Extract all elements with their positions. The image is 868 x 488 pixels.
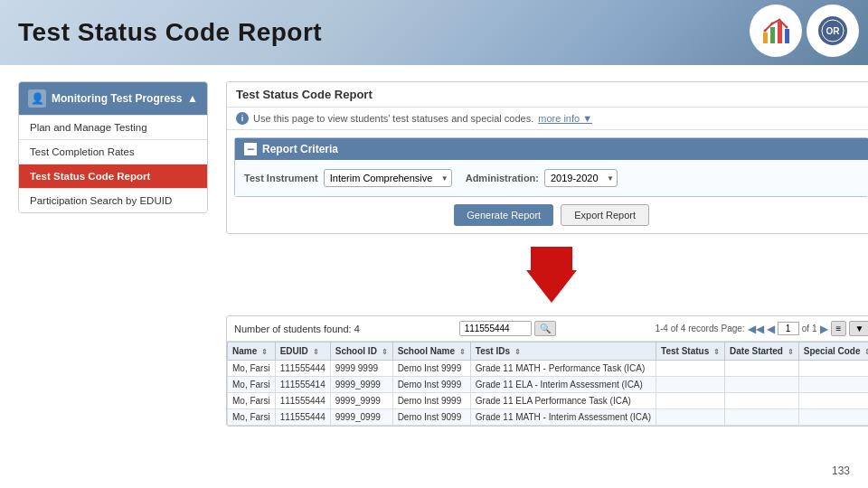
criteria-body: Test Instrument Interim Comprehensive Ad…	[235, 160, 868, 196]
cell-school_id: 9999_0999	[330, 409, 392, 426]
monitoring-icon: 👤	[28, 89, 46, 108]
sidebar: 👤 Monitoring Test Progress ▲ Plan and Ma…	[18, 81, 208, 213]
administration-label: Administration:	[466, 173, 539, 183]
search-button[interactable]: 🔍	[534, 321, 556, 336]
col-date-started[interactable]: Date Started ⇕	[725, 343, 799, 361]
chart-icon	[760, 14, 792, 47]
report-panel-title: Test Status Code Report	[227, 82, 868, 108]
logo-right: OR	[807, 5, 859, 57]
table-row: Mo, Farsi1115554449999_0999Demo Inst 909…	[228, 409, 869, 426]
col-school-name[interactable]: School Name ⇕	[392, 343, 470, 361]
criteria-row: Test Instrument Interim Comprehensive Ad…	[244, 169, 859, 187]
cell-test_status	[656, 393, 725, 409]
criteria-label: Report Criteria	[262, 143, 338, 155]
action-buttons: Generate Report Export Report	[234, 204, 868, 226]
col-test-status[interactable]: Test Status ⇕	[656, 343, 725, 361]
arrow-rect	[531, 247, 572, 270]
arrow-shape-container	[526, 247, 577, 303]
table-row: Mo, Farsi1115554449999_9999Demo Inst 999…	[228, 393, 869, 409]
cell-name: Mo, Farsi	[228, 361, 276, 377]
col-name[interactable]: Name ⇕	[228, 343, 276, 361]
arrow-triangle	[526, 270, 577, 303]
cell-school_id: 9999_9999	[330, 393, 392, 409]
svg-point-5	[771, 23, 774, 25]
cell-school_id: 9999 9999	[330, 361, 392, 377]
sidebar-item-participation-eduid[interactable]: Participation Search by EDUID	[19, 188, 207, 212]
sidebar-item-status-code[interactable]: Test Status Code Report	[19, 164, 207, 188]
cell-eduid: 111555444	[275, 409, 330, 426]
view-options: ≡ ▼	[831, 321, 868, 336]
col-school-id[interactable]: School ID ⇕	[330, 343, 392, 361]
more-info-link[interactable]: more info ▼	[538, 113, 592, 124]
view-down-btn[interactable]: ▼	[849, 321, 868, 336]
svg-rect-2	[778, 22, 782, 43]
administration-select[interactable]: 2019-2020	[544, 169, 618, 187]
test-instrument-field: Test Instrument Interim Comprehensive	[244, 169, 452, 187]
seal-icon: OR	[816, 14, 849, 47]
svg-rect-0	[763, 33, 768, 43]
logo-left	[750, 5, 802, 57]
table-header-row: Name ⇕ EDUID ⇕ School ID ⇕ School Name ⇕…	[228, 343, 869, 361]
cell-school_name: Demo Inst 9999	[392, 393, 470, 409]
sidebar-item-completion-rates[interactable]: Test Completion Rates	[19, 139, 207, 164]
view-options-btn[interactable]: ≡	[831, 321, 847, 336]
records-info: 1-4 of 4 records	[655, 324, 718, 333]
report-criteria-section: − Report Criteria Test Instrument Interi…	[234, 137, 868, 197]
cell-eduid: 111555414	[275, 377, 330, 393]
sidebar-item-plan-manage[interactable]: Plan and Manage Testing	[19, 115, 207, 139]
cell-school_name: Demo Inst 9999	[392, 377, 470, 393]
cell-date_started	[725, 409, 799, 426]
cell-special_code	[798, 361, 868, 377]
svg-rect-3	[785, 29, 789, 43]
administration-field: Administration: 2019-2020	[466, 169, 618, 187]
page-number-input[interactable]	[778, 322, 799, 335]
results-count: Number of students found: 4	[234, 324, 360, 334]
svg-text:OR: OR	[826, 26, 841, 36]
cell-date_started	[725, 393, 799, 409]
cell-eduid: 111555444	[275, 361, 330, 377]
criteria-header: − Report Criteria	[235, 138, 868, 160]
results-table: Name ⇕ EDUID ⇕ School ID ⇕ School Name ⇕…	[227, 342, 868, 426]
page-title: Test Status Code Report	[18, 18, 322, 47]
criteria-collapse-btn[interactable]: −	[244, 143, 257, 155]
cell-test_status	[656, 377, 725, 393]
cell-test_status	[656, 361, 725, 377]
administration-wrapper: 2019-2020	[544, 169, 618, 187]
search-input[interactable]	[459, 321, 532, 336]
svg-point-6	[778, 19, 781, 22]
col-eduid[interactable]: EDUID ⇕	[275, 343, 330, 361]
cell-school_name: Demo Inst 9999	[392, 361, 470, 377]
table-row: Mo, Farsi1115554449999 9999Demo Inst 999…	[228, 361, 869, 377]
report-info-bar: i Use this page to view students' test s…	[227, 108, 868, 130]
svg-point-7	[786, 26, 788, 29]
export-report-button[interactable]: Export Report	[561, 204, 649, 226]
sidebar-header-label: Monitoring Test Progress	[52, 92, 182, 105]
cell-test_ids: Grade 11 ELA Performance Task (ICA)	[470, 393, 656, 409]
first-page-btn[interactable]: ◀◀	[748, 323, 764, 335]
cell-test_ids: Grade 11 ELA - Interim Assessment (ICA)	[470, 377, 656, 393]
cell-eduid: 111555444	[275, 393, 330, 409]
results-tbody: Mo, Farsi1115554449999 9999Demo Inst 999…	[228, 361, 869, 426]
table-row: Mo, Farsi1115554149999_9999Demo Inst 999…	[228, 377, 869, 393]
generate-report-button[interactable]: Generate Report	[454, 204, 553, 226]
svg-point-4	[764, 30, 767, 33]
next-page-btn[interactable]: ▶	[820, 323, 828, 335]
cell-school_id: 9999_9999	[330, 377, 392, 393]
cell-school_name: Demo Inst 9099	[392, 409, 470, 426]
total-pages: 1	[812, 324, 817, 333]
chevron-up-icon: ▲	[187, 92, 198, 105]
page-label: Page:	[721, 324, 744, 333]
header-logos: OR	[750, 5, 859, 57]
results-header: Number of students found: 4 🔍 1-4 of 4 r…	[227, 316, 868, 342]
cell-date_started	[725, 377, 799, 393]
cell-name: Mo, Farsi	[228, 377, 276, 393]
cell-special_code	[798, 393, 868, 409]
prev-page-btn[interactable]: ◀	[767, 323, 775, 335]
col-test-ids[interactable]: Test IDs ⇕	[470, 343, 656, 361]
sidebar-header: 👤 Monitoring Test Progress ▲	[19, 82, 207, 115]
info-icon: i	[236, 112, 249, 125]
page-number: 133	[832, 465, 850, 477]
test-instrument-select[interactable]: Interim Comprehensive	[324, 169, 452, 187]
results-search: 🔍	[459, 321, 556, 336]
col-special-code[interactable]: Special Code ⇕	[798, 343, 868, 361]
